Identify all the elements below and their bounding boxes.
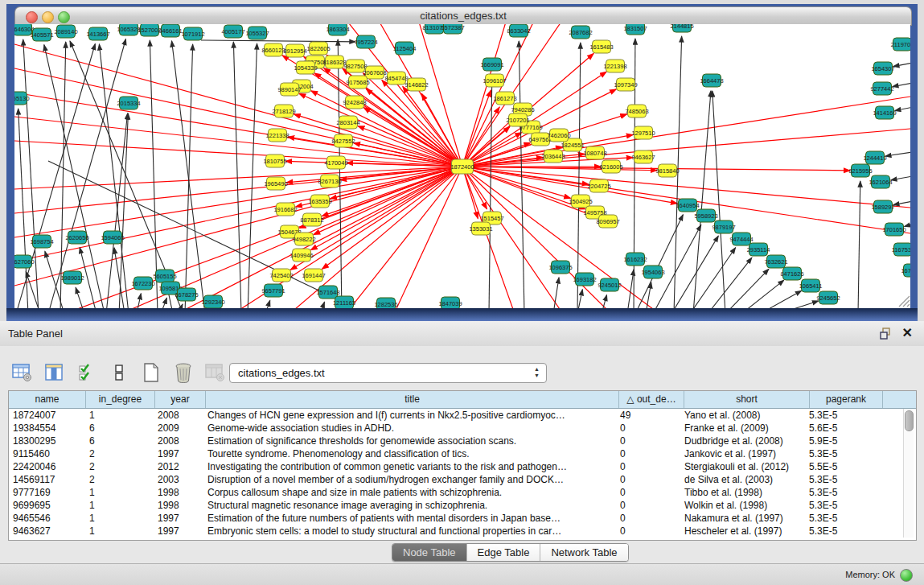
table-cell[interactable]: 2012 xyxy=(154,460,203,473)
table-source-select[interactable]: citations_edges.txt ▲▼ xyxy=(229,363,547,383)
table-cell[interactable]: 5.3E-5 xyxy=(805,409,877,422)
column-header-title[interactable]: title xyxy=(206,391,619,408)
column-header-pagerank[interactable]: pagerank xyxy=(810,391,883,408)
close-panel-icon[interactable]: ✕ xyxy=(902,325,913,340)
table-row[interactable]: 946554611997Estimation of the future num… xyxy=(9,512,916,525)
table-cell[interactable]: Hescheler et al. (1997) xyxy=(680,525,805,538)
network-window-titlebar[interactable]: citations_edges.txt xyxy=(14,6,912,26)
delete-rows-trash-icon[interactable] xyxy=(172,361,195,384)
table-settings-icon[interactable] xyxy=(11,361,34,384)
table-row[interactable]: 1872400712008Changes of HCN gene express… xyxy=(9,409,916,422)
table-cell[interactable]: Jankovic et al. (1997) xyxy=(680,447,805,460)
select-all-check-icon[interactable] xyxy=(76,361,98,384)
table-cell[interactable]: Disruption of a novel member of a sodium… xyxy=(203,473,616,486)
table-cell[interactable]: 5.3E-5 xyxy=(805,486,877,499)
table-cell[interactable]: Corpus callosum shape and size in male p… xyxy=(203,486,616,499)
table-cell[interactable]: Tibbo et al. (1998) xyxy=(680,486,805,499)
table-row[interactable]: 969969511998Structural magnetic resonanc… xyxy=(9,499,916,512)
table-cell[interactable]: 2009 xyxy=(154,422,203,435)
table-row[interactable]: 1830029562008Estimation of significance … xyxy=(9,435,916,447)
table-cell[interactable]: 0 xyxy=(616,447,680,460)
table-cell[interactable]: 0 xyxy=(616,422,680,435)
table-cell[interactable]: Estimation of the future numbers of pati… xyxy=(203,512,616,525)
new-table-icon[interactable] xyxy=(140,361,162,384)
table-cell[interactable]: 1 xyxy=(85,499,154,512)
table-cell[interactable]: 9699695 xyxy=(9,499,85,512)
column-header-name[interactable]: name xyxy=(9,391,86,408)
table-row[interactable]: 977716911998Corpus callosum shape and si… xyxy=(9,486,916,499)
column-header-year[interactable]: year xyxy=(155,391,206,408)
table-cell[interactable]: Genome-wide association studies in ADHD. xyxy=(203,422,616,435)
table-cell[interactable]: 19384554 xyxy=(9,422,85,435)
table-cell[interactable]: Franke et al. (2009) xyxy=(680,422,805,435)
table-cell[interactable]: 5.3E-5 xyxy=(805,499,877,512)
row-height-icon[interactable] xyxy=(108,361,130,384)
table-cell[interactable]: Dudbridge et al. (2008) xyxy=(680,435,805,447)
column-header-out_de[interactable]: △ out_de… xyxy=(619,391,684,408)
table-cell[interactable]: 0 xyxy=(616,499,680,512)
table-cell[interactable]: Changes of HCN gene expression and I(f) … xyxy=(203,409,616,422)
table-cell[interactable]: 5.9E-5 xyxy=(805,435,877,447)
table-cell[interactable]: 1 xyxy=(85,486,154,499)
table-cell[interactable]: 0 xyxy=(616,486,680,499)
table-cell[interactable]: 9463627 xyxy=(9,525,85,538)
table-cell[interactable]: 2 xyxy=(85,460,154,473)
table-cell[interactable]: 6 xyxy=(85,422,154,435)
table-cell[interactable]: 2008 xyxy=(154,435,203,447)
table-cell[interactable]: 2003 xyxy=(154,473,203,486)
table-cell[interactable]: 1 xyxy=(85,409,154,422)
table-row[interactable]: 911546021997Tourette syndrome. Phenomeno… xyxy=(9,447,916,460)
table-cell[interactable]: 9115460 xyxy=(9,447,85,460)
tab-edge-table[interactable]: Edge Table xyxy=(467,544,541,561)
table-cell[interactable]: 2 xyxy=(85,447,154,460)
table-cell[interactable]: 18724007 xyxy=(9,409,85,422)
table-cell[interactable]: 1998 xyxy=(154,499,203,512)
column-header-in_degree[interactable]: in_degree xyxy=(86,391,155,408)
table-cell[interactable]: 2 xyxy=(85,473,154,486)
network-canvas[interactable]: 1872400866012389129541822605982750981863… xyxy=(14,24,910,309)
table-cell[interactable]: 0 xyxy=(616,435,680,447)
table-row[interactable]: 1456911722003Disruption of a novel membe… xyxy=(9,473,916,486)
table-row[interactable]: 1938455462009Genome-wide association stu… xyxy=(9,422,916,435)
table-cell[interactable]: 5.6E-5 xyxy=(805,422,877,435)
column-visibility-icon[interactable] xyxy=(43,361,66,384)
table-cell[interactable]: 5.3E-5 xyxy=(805,525,877,538)
tab-node-table[interactable]: Node Table xyxy=(392,544,467,561)
table-cell[interactable]: Stergiakouli et al. (2012) xyxy=(680,460,805,473)
scrollbar-thumb[interactable] xyxy=(905,410,914,431)
tab-network-table[interactable]: Network Table xyxy=(540,544,627,561)
table-cell[interactable]: Structural magnetic resonance image aver… xyxy=(203,499,616,512)
table-cell[interactable]: 0 xyxy=(616,473,680,486)
table-cell[interactable]: Yano et al. (2008) xyxy=(680,409,805,422)
table-cell[interactable]: 6 xyxy=(85,435,154,447)
table-cell[interactable]: 9465546 xyxy=(9,512,85,525)
table-cell[interactable]: 1997 xyxy=(154,512,203,525)
table-cell[interactable]: 1 xyxy=(85,525,154,538)
table-row[interactable]: 946362711997Embryonic stem cells: a mode… xyxy=(9,525,916,538)
table-cell[interactable]: 18300295 xyxy=(9,435,85,447)
table-cell[interactable]: 5.3E-5 xyxy=(805,447,877,460)
table-row[interactable]: 2242004622012Investigating the contribut… xyxy=(9,460,916,473)
table-cell[interactable]: 5.3E-5 xyxy=(805,473,877,486)
table-cell[interactable]: 2008 xyxy=(154,409,203,422)
table-cell[interactable]: 1997 xyxy=(154,525,203,538)
table-cell[interactable]: Wolkin et al. (1998) xyxy=(680,499,805,512)
table-cell[interactable]: Estimation of significance thresholds fo… xyxy=(203,435,616,447)
network-graph[interactable]: 1872400866012389129541822605982750981863… xyxy=(14,24,910,309)
table-cell[interactable]: 5.3E-5 xyxy=(805,512,877,525)
table-cell[interactable]: 9777169 xyxy=(9,486,85,499)
table-cell[interactable]: 14569117 xyxy=(9,473,85,486)
table-cell[interactable]: Embryonic stem cells: a model to study s… xyxy=(203,525,616,538)
table-cell[interactable]: 5.5E-5 xyxy=(805,460,877,473)
table-cell[interactable]: 22420046 xyxy=(9,460,85,473)
column-header-short[interactable]: short xyxy=(684,391,810,408)
table-cell[interactable]: Tourette syndrome. Phenomenology and cla… xyxy=(203,447,616,460)
canvas-resize-grip[interactable] xyxy=(899,296,910,307)
table-cell[interactable]: Investigating the contribution of common… xyxy=(203,460,616,473)
table-cell[interactable]: de Silva et al. (2003) xyxy=(680,473,805,486)
table-cell[interactable]: 1 xyxy=(85,512,154,525)
vertical-scrollbar[interactable] xyxy=(903,409,914,538)
float-panel-icon[interactable] xyxy=(880,328,892,340)
table-cell[interactable]: 0 xyxy=(616,525,680,538)
table-cell[interactable]: 1997 xyxy=(154,447,203,460)
